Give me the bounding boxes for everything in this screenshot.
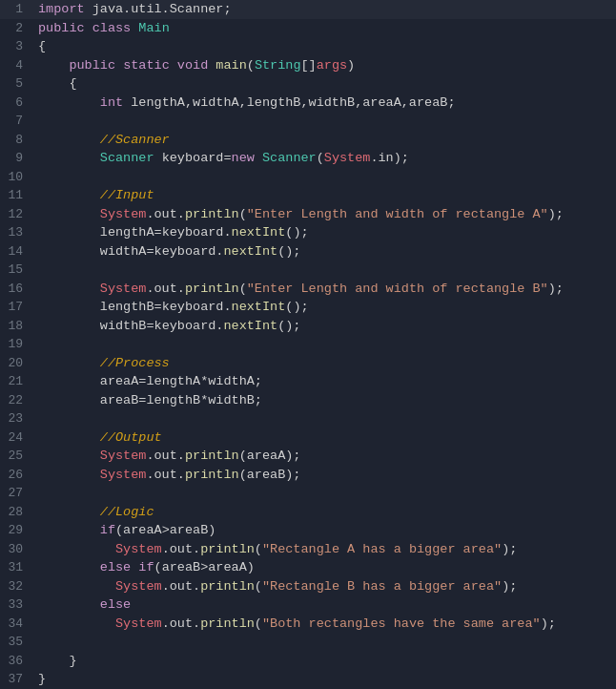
token-plain: widthB <box>38 319 146 333</box>
token-var-red: System <box>100 207 147 221</box>
token-comment: //Output <box>100 430 162 445</box>
token-plain: keyboard. <box>154 319 224 333</box>
line-number: 2 <box>0 21 34 35</box>
token-plain: .out. <box>162 616 201 631</box>
token-kw: void <box>177 58 208 73</box>
token-plain: ; <box>223 2 231 16</box>
line-number: 32 <box>0 579 34 594</box>
token-method: println <box>200 616 255 631</box>
token-plain <box>38 542 115 556</box>
line-11: 11 //Input <box>0 186 616 205</box>
token-plain: ( <box>255 542 262 556</box>
line-content: } <box>34 670 616 689</box>
token-string: "Enter Length and width of rectangle A" <box>247 207 548 221</box>
line-number: 15 <box>0 262 34 277</box>
token-comment: //Scanner <box>100 133 170 147</box>
line-content <box>34 409 616 428</box>
line-35: 35 <box>0 633 616 652</box>
line-content: System.out.println(areaB); <box>34 466 616 485</box>
line-18: 18 widthB=keyboard.nextInt(); <box>0 317 616 336</box>
line-number: 6 <box>0 95 34 110</box>
token-class-name: Main <box>138 21 169 35</box>
line-content <box>34 633 616 652</box>
line-number: 24 <box>0 430 34 445</box>
token-plain: ) <box>347 58 355 73</box>
line-content: widthA=keyboard.nextInt(); <box>34 242 616 261</box>
token-string: "Rectangle A has a bigger area" <box>262 542 502 556</box>
token-kw: if <box>138 560 154 574</box>
line-content: lengthA=keyboard.nextInt(); <box>34 223 616 242</box>
token-plain <box>38 597 100 612</box>
token-plain: (areaB); <box>239 468 301 482</box>
token-plain: = <box>223 151 231 165</box>
token-plain: ( <box>239 282 247 296</box>
token-plain: ); <box>548 282 564 296</box>
line-content <box>34 484 616 503</box>
token-var-red: System <box>115 542 162 556</box>
line-number: 19 <box>0 337 34 351</box>
line-number: 10 <box>0 170 34 184</box>
token-plain: (); <box>285 300 308 314</box>
token-kw: public <box>69 58 115 73</box>
token-method: println <box>185 468 239 482</box>
line-number: 17 <box>0 300 34 314</box>
line-content <box>34 335 616 354</box>
line-content: System.out.println("Rectangle A has a bi… <box>34 540 616 559</box>
line-content: System.out.println(areaA); <box>34 447 616 466</box>
token-plain: areaB) <box>170 523 216 537</box>
token-plain: keyboard. <box>154 244 224 259</box>
line-32: 32 System.out.println("Rectangle B has a… <box>0 577 616 596</box>
line-14: 14 widthA=keyboard.nextInt(); <box>0 242 616 261</box>
token-var-red: System <box>100 449 147 463</box>
line-10: 10 <box>0 168 616 187</box>
line-number: 12 <box>0 207 34 221</box>
token-plain: keyboard. <box>162 225 232 240</box>
line-content: } <box>34 652 616 671</box>
token-plain <box>38 616 115 631</box>
line-content: System.out.println("Enter Length and wid… <box>34 205 616 224</box>
token-plain: areaB <box>38 393 138 407</box>
token-plain: .out. <box>162 542 201 556</box>
line-6: 6 int lengthA,widthA,lengthB,widthB,area… <box>0 94 616 113</box>
token-method: nextInt <box>232 300 286 314</box>
token-method: println <box>185 449 239 463</box>
token-plain: areaA <box>38 374 138 388</box>
token-plain: Scanner <box>170 2 224 16</box>
line-23: 23 <box>0 409 616 428</box>
line-15: 15 <box>0 261 616 280</box>
token-plain: (areaA <box>115 523 162 537</box>
token-plain: ( <box>247 58 255 73</box>
token-plain: } <box>38 654 77 668</box>
token-plain: widthB; <box>208 393 262 407</box>
token-plain: ); <box>502 542 517 556</box>
token-plain: ( <box>317 151 324 165</box>
token-plain: .out. <box>146 468 185 482</box>
token-plain <box>38 579 115 594</box>
token-plain: widthA <box>38 244 146 259</box>
line-content: //Output <box>34 428 616 448</box>
line-content: areaB=lengthB*widthB; <box>34 391 616 410</box>
token-comment: //Process <box>100 356 170 370</box>
token-kw: static <box>123 58 170 73</box>
token-plain: [] <box>300 58 316 73</box>
line-number: 3 <box>0 39 34 53</box>
line-1: 1import java.util.Scanner; <box>0 0 616 19</box>
token-plain: lengthB <box>38 300 154 314</box>
token-comment: //Input <box>100 188 154 202</box>
line-content <box>34 261 616 280</box>
line-content: public static void main(String[]args) <box>34 56 616 75</box>
line-13: 13 lengthA=keyboard.nextInt(); <box>0 223 616 242</box>
line-number: 37 <box>0 672 34 686</box>
line-number: 8 <box>0 133 34 147</box>
token-plain <box>38 356 100 370</box>
line-content: //Input <box>34 186 616 205</box>
token-plain <box>38 468 100 482</box>
token-plain <box>38 560 100 574</box>
token-plain: keyboard <box>154 151 224 165</box>
token-plain: { <box>38 76 77 91</box>
line-4: 4 public static void main(String[]args) <box>0 56 616 75</box>
line-number: 5 <box>0 76 34 91</box>
line-number: 33 <box>0 597 34 612</box>
token-method: println <box>200 542 255 556</box>
line-33: 33 else <box>0 595 616 615</box>
